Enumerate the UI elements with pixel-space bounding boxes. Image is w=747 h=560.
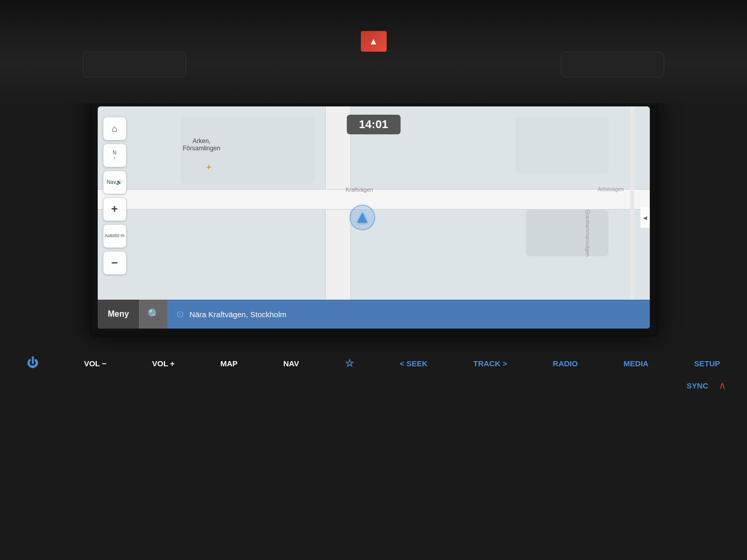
zoom-in-button[interactable]: + — [103, 197, 127, 221]
compass-button[interactable]: N ↑ — [103, 144, 127, 167]
track-forward-button[interactable]: TRACK > — [467, 355, 513, 372]
location-text: Nära Kraftvägen, Stockholm — [189, 310, 286, 319]
zoom-out-button[interactable]: − — [103, 251, 127, 275]
home-button[interactable]: ⌂ — [103, 117, 127, 141]
vent-right — [561, 52, 664, 77]
search-icon: 🔍 — [147, 308, 160, 320]
collapse-arrow-button[interactable]: ◀ — [641, 207, 650, 228]
vent-left — [83, 52, 186, 77]
physical-controls-row: ⏻ VOL − VOL + MAP NAV ☆ < SEEK TRACK > R… — [0, 352, 747, 374]
road-vertical-left — [325, 106, 351, 329]
vol-minus-button[interactable]: VOL − — [78, 355, 113, 372]
location-nav-icon: ⊙ — [176, 308, 184, 320]
position-arrow-icon — [357, 212, 368, 223]
position-circle — [349, 205, 375, 230]
compass-n-label: N — [113, 150, 116, 155]
bottom-row2: SYNC ∧ — [0, 374, 747, 397]
hazard-button[interactable] — [361, 31, 387, 52]
compass-arrow-icon: ↑ — [113, 155, 116, 161]
sync-button[interactable]: SYNC — [687, 381, 708, 390]
media-button[interactable]: MEDIA — [617, 355, 654, 372]
up-arrow-button[interactable]: ∧ — [719, 379, 726, 392]
power-button[interactable]: ⏻ — [21, 352, 44, 374]
search-button[interactable]: 🔍 — [139, 300, 168, 329]
seek-back-button[interactable]: < SEEK — [393, 355, 434, 372]
location-bar: ⊙ Nära Kraftvägen, Stockholm — [168, 300, 649, 329]
poi-label: Arken, Församlingen — [183, 137, 221, 152]
block-mid-right — [526, 210, 608, 256]
map-button[interactable]: MAP — [214, 355, 243, 372]
map-bottom-bar: Meny 🔍 ⊙ Nära Kraftvägen, Stockholm — [98, 300, 650, 329]
dashboard-top — [0, 0, 747, 103]
distance-label: 50 m — [114, 233, 125, 239]
road-label-granhammarsvagen: Granhammarsvägen — [585, 210, 590, 257]
nav-audio-button[interactable]: Nav 🔊 — [103, 170, 127, 194]
scale-button[interactable]: Auto 50 m — [103, 224, 127, 248]
road-label-kraftvagen: Kraftvägen — [346, 186, 373, 193]
setup-button[interactable]: SETUP — [688, 355, 726, 372]
road-label-artistvagen: Artistvägen — [598, 186, 623, 192]
vol-plus-button[interactable]: VOL + — [146, 355, 181, 372]
map-controls: ⌂ N ↑ Nav 🔊 + Auto 50 m − — [103, 117, 127, 275]
screen-bezel: Kraftvägen Granhammarsvägen Artistvägen … — [89, 98, 658, 337]
audio-icon: 🔊 — [116, 179, 122, 185]
road-vertical-right — [630, 106, 634, 329]
nav-button[interactable]: NAV — [277, 355, 306, 372]
radio-button[interactable]: RADIO — [546, 355, 584, 372]
favorite-button[interactable]: ☆ — [339, 353, 360, 374]
meny-button[interactable]: Meny — [98, 300, 140, 329]
auto-label: Auto — [104, 233, 114, 239]
map-screen: Kraftvägen Granhammarsvägen Artistvägen … — [98, 106, 650, 329]
poi-cross-icon: + — [206, 162, 212, 173]
current-position-marker — [349, 205, 375, 230]
time-display: 14:01 — [346, 115, 400, 134]
block-top-right — [515, 117, 608, 174]
